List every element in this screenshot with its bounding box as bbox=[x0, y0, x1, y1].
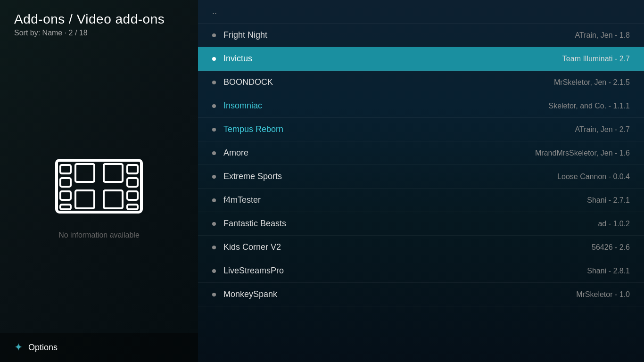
header-title: Add-ons / Video add-ons bbox=[14, 12, 165, 27]
svg-rect-11 bbox=[104, 164, 123, 182]
list-item-monkey-spank[interactable]: MonkeySpankMrSkeletor - 1.0 bbox=[198, 283, 644, 306]
list-item-amore[interactable]: AmoreMrandMrsSkeletor, Jen - 1.6 bbox=[198, 141, 644, 165]
bullet-icon bbox=[212, 81, 216, 84]
list-item-f4mtester[interactable]: f4mTesterShani - 2.7.1 bbox=[198, 189, 644, 212]
item-meta: Loose Cannon - 0.0.4 bbox=[557, 173, 630, 181]
list-panel: .. Fright NightATrain, Jen - 1.8Invictus… bbox=[198, 0, 644, 362]
bullet-icon bbox=[212, 222, 216, 226]
item-meta: MrSkeletor - 1.0 bbox=[576, 290, 630, 299]
thumbnail-area: No information available bbox=[14, 37, 184, 353]
bullet-icon bbox=[212, 33, 216, 37]
list-item-fright-night[interactable]: Fright NightATrain, Jen - 1.8 bbox=[198, 24, 644, 47]
list-item-livestreamspro[interactable]: LiveStreamsProShani - 2.8.1 bbox=[198, 259, 644, 283]
left-panel: Add-ons / Video add-ons Sort by: Name · … bbox=[0, 0, 198, 362]
list-item-kids-corner-v2[interactable]: Kids Corner V256426 - 2.6 bbox=[198, 236, 644, 259]
header-subtitle: Sort by: Name · 2 / 18 bbox=[14, 29, 88, 37]
bullet-icon bbox=[212, 104, 216, 108]
item-name: Fantastic Beasts bbox=[223, 219, 286, 229]
options-label: Options bbox=[28, 343, 58, 353]
item-meta: 56426 - 2.6 bbox=[592, 243, 630, 252]
item-meta: ATrain, Jen - 2.7 bbox=[575, 125, 630, 134]
bullet-icon bbox=[212, 151, 216, 155]
list-item-fantastic-beasts[interactable]: Fantastic Beastsad - 1.0.2 bbox=[198, 212, 644, 236]
item-meta: Skeletor, and Co. - 1.1.1 bbox=[548, 102, 630, 110]
list-item-invictus[interactable]: InvictusTeam Illuminati - 2.7 bbox=[198, 47, 644, 71]
item-name: MonkeySpank bbox=[223, 289, 277, 299]
svg-rect-10 bbox=[75, 190, 94, 208]
bullet-icon bbox=[212, 198, 216, 202]
item-meta: Team Illuminati - 2.7 bbox=[562, 55, 630, 63]
bullet-icon bbox=[212, 269, 216, 273]
bullet-icon bbox=[212, 175, 216, 179]
item-meta: Shani - 2.7.1 bbox=[587, 196, 630, 205]
item-name: Kids Corner V2 bbox=[223, 242, 281, 252]
addon-list: Fright NightATrain, Jen - 1.8InvictusTea… bbox=[198, 24, 644, 306]
item-name: f4mTester bbox=[223, 195, 261, 205]
bullet-icon bbox=[212, 293, 216, 296]
item-meta: ad - 1.0.2 bbox=[598, 220, 630, 228]
svg-rect-5 bbox=[127, 165, 138, 173]
parent-nav[interactable]: .. bbox=[198, 0, 644, 24]
svg-rect-7 bbox=[127, 191, 138, 200]
svg-rect-3 bbox=[60, 191, 71, 200]
item-meta: ATrain, Jen - 1.8 bbox=[575, 31, 630, 40]
item-name: Amore bbox=[223, 148, 248, 158]
item-name: Fright Night bbox=[223, 30, 267, 40]
item-name: Invictus bbox=[223, 54, 252, 64]
item-name: BOONDOCK bbox=[223, 77, 273, 87]
item-meta: MrandMrsSkeletor, Jen - 1.6 bbox=[535, 149, 630, 157]
item-meta: MrSkeletor, Jen - 2.1.5 bbox=[554, 78, 630, 87]
list-item-boondock[interactable]: BOONDOCKMrSkeletor, Jen - 2.1.5 bbox=[198, 71, 644, 94]
svg-rect-6 bbox=[127, 178, 138, 187]
item-name: Extreme Sports bbox=[223, 172, 282, 181]
svg-rect-9 bbox=[75, 164, 94, 182]
film-icon bbox=[52, 151, 146, 222]
svg-rect-12 bbox=[104, 190, 123, 208]
list-item-extreme-sports[interactable]: Extreme SportsLoose Cannon - 0.0.4 bbox=[198, 165, 644, 189]
svg-rect-4 bbox=[60, 205, 71, 209]
svg-rect-1 bbox=[60, 165, 71, 173]
item-name: Tempus Reborn bbox=[223, 124, 283, 134]
options-icon: ✦ bbox=[14, 341, 23, 354]
bullet-icon bbox=[212, 246, 216, 249]
list-item-insomniac[interactable]: InsomniacSkeletor, and Co. - 1.1.1 bbox=[198, 94, 644, 118]
item-name: Insomniac bbox=[223, 101, 262, 111]
bullet-icon bbox=[212, 128, 216, 132]
bullet-icon bbox=[212, 57, 216, 61]
options-bar[interactable]: ✦ Options bbox=[0, 333, 198, 362]
no-info-text: No information available bbox=[58, 231, 140, 239]
list-item-tempus-reborn[interactable]: Tempus RebornATrain, Jen - 2.7 bbox=[198, 118, 644, 141]
svg-rect-8 bbox=[127, 205, 138, 209]
item-meta: Shani - 2.8.1 bbox=[587, 267, 630, 275]
svg-rect-2 bbox=[60, 178, 71, 187]
item-name: LiveStreamsPro bbox=[223, 266, 284, 276]
